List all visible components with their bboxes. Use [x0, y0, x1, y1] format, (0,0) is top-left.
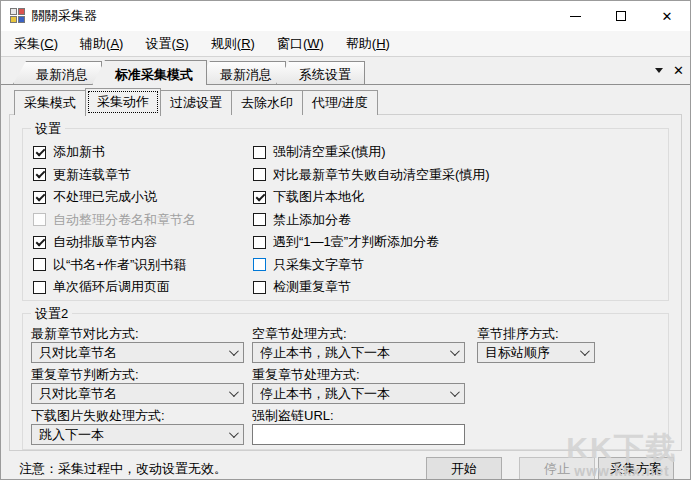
- checkbox[interactable]: [253, 236, 266, 249]
- checkbox-label: 禁止添加分卷: [273, 211, 351, 229]
- checkbox[interactable]: [33, 213, 46, 226]
- footer-button[interactable]: 开始: [426, 457, 502, 480]
- maximize-button[interactable]: [598, 1, 644, 31]
- sub-tab-label: 采集模式: [24, 95, 76, 110]
- menu-item[interactable]: 帮助(H): [335, 31, 401, 56]
- footer-buttons: 开始 停止 采集方案: [426, 457, 674, 480]
- checkbox-row[interactable]: 禁止添加分卷: [251, 209, 660, 231]
- dropdown[interactable]: 停止本书，跳入下一本: [252, 342, 465, 363]
- checkbox[interactable]: [253, 213, 266, 226]
- tab-close-icon[interactable]: ✕: [673, 64, 684, 77]
- checkbox[interactable]: [253, 258, 266, 271]
- document-tab[interactable]: 系统设置: [276, 61, 365, 84]
- checkbox-row[interactable]: 对比最新章节失败自动清空重采(慎用): [251, 164, 660, 186]
- dropdown[interactable]: 只对比章节名: [31, 342, 244, 363]
- field-label: 最新章节对比方式:: [31, 326, 139, 341]
- field-label: 章节排序方式:: [477, 326, 559, 341]
- menu-item-label: 帮助(H): [346, 35, 390, 53]
- checkbox-label: 添加新书: [53, 143, 105, 161]
- checkbox-row[interactable]: 检测重复章节: [251, 276, 660, 298]
- field-label: 空章节处理方式:: [252, 326, 347, 341]
- sub-tab[interactable]: 去除水印: [231, 90, 303, 115]
- dropdown[interactable]: 跳入下一本: [31, 424, 244, 445]
- footer-button-label: 停止: [544, 461, 570, 476]
- app-window: 關關采集器 ✕ 采集(C) 辅助(A) 设置(S) 规则(R) 窗口(W) 帮助…: [0, 0, 691, 480]
- checkbox-label: 不处理已完成小说: [53, 188, 157, 206]
- checkbox[interactable]: [253, 281, 266, 294]
- sub-tab[interactable]: 采集模式: [14, 90, 86, 115]
- chevron-down-icon: [229, 346, 239, 356]
- checkbox[interactable]: [253, 191, 266, 204]
- checkbox-row[interactable]: 强制清空重采(慎用): [251, 141, 660, 163]
- dropdown-value: 跳入下一本: [39, 426, 229, 444]
- tab-list-dropdown-icon[interactable]: [655, 68, 663, 73]
- menu-item[interactable]: 规则(R): [200, 31, 266, 56]
- dropdown[interactable]: 目标站顺序: [477, 342, 595, 363]
- menu-item-label: 采集(C): [14, 35, 58, 53]
- checkbox-row[interactable]: 单次循环后调用页面: [31, 276, 251, 298]
- checkbox[interactable]: [253, 168, 266, 181]
- checkbox[interactable]: [33, 281, 46, 294]
- menu-item-label: 辅助(A): [80, 35, 123, 53]
- field-label: 强制盗链URL:: [252, 408, 334, 423]
- checkbox[interactable]: [33, 191, 46, 204]
- setting-field: 重复章节判断方式: 只对比章节名: [31, 367, 244, 404]
- checkbox[interactable]: [33, 236, 46, 249]
- footer-button[interactable]: 停止: [519, 457, 595, 480]
- dropdown-value: 只对比章节名: [39, 344, 229, 362]
- menu-item[interactable]: 辅助(A): [69, 31, 134, 56]
- dropdown-value: 目标站顺序: [485, 344, 580, 362]
- checkbox-row[interactable]: 不处理已完成小说: [31, 186, 251, 208]
- url-input[interactable]: [252, 424, 465, 445]
- menu-item-label: 规则(R): [211, 35, 255, 53]
- checkbox[interactable]: [33, 146, 46, 159]
- field-label: 重复章节判断方式:: [31, 367, 139, 382]
- settings-left-column: 添加新书 更新连载章节 不处理已完成小说 自动整理分卷名和章节名 自动排版章节内…: [31, 141, 251, 299]
- setting-field: 下载图片失败处理方式: 跳入下一本: [31, 408, 244, 445]
- checkbox-row[interactable]: 添加新书: [31, 141, 251, 163]
- checkbox-row[interactable]: 遇到“1—1壹”才判断添加分卷: [251, 231, 660, 253]
- menu-item[interactable]: 采集(C): [3, 31, 69, 56]
- checkbox[interactable]: [253, 146, 266, 159]
- menu-bar: 采集(C) 辅助(A) 设置(S) 规则(R) 窗口(W) 帮助(H): [1, 31, 690, 57]
- dropdown-value: 停止本书，跳入下一本: [260, 344, 450, 362]
- document-tab[interactable]: 最新消息: [197, 61, 286, 84]
- checkbox-row[interactable]: 更新连载章节: [31, 164, 251, 186]
- settings2-row-1: 最新章节对比方式: 只对比章节名 空章节处理方式: 停止本书，跳入下一本 章节排…: [31, 326, 660, 363]
- checkbox-row[interactable]: 自动排版章节内容: [31, 231, 251, 253]
- minimize-button[interactable]: [552, 1, 598, 31]
- dropdown[interactable]: 停止本书，跳入下一本: [252, 383, 465, 404]
- document-tab[interactable]: 标准采集模式: [92, 60, 207, 85]
- chevron-down-icon: [450, 346, 460, 356]
- checkbox-row[interactable]: 以“书名+作者”识别书籍: [31, 254, 251, 276]
- checkbox-label: 检测重复章节: [273, 278, 351, 296]
- document-tab-label: 标准采集模式: [115, 67, 193, 82]
- close-button[interactable]: ✕: [644, 1, 690, 31]
- menu-item[interactable]: 设置(S): [134, 31, 199, 56]
- sub-tab[interactable]: 过滤设置: [160, 90, 232, 115]
- checkbox-label: 自动排版章节内容: [53, 233, 157, 251]
- footer-button-label: 开始: [451, 461, 477, 476]
- field-label: 重复章节处理方式:: [252, 367, 360, 382]
- tab-strip-tools: ✕: [655, 57, 684, 84]
- titlebar: 關關采集器 ✕: [1, 1, 690, 31]
- footer-button[interactable]: 采集方案: [598, 457, 674, 480]
- minimize-icon: [570, 16, 581, 17]
- checkbox-row[interactable]: 只采集文字章节: [251, 254, 660, 276]
- checkbox-row[interactable]: 下载图片本地化: [251, 186, 660, 208]
- chevron-down-icon: [580, 346, 590, 356]
- checkbox-label: 下载图片本地化: [273, 188, 364, 206]
- checkbox-label: 单次循环后调用页面: [53, 278, 170, 296]
- checkbox-row[interactable]: 自动整理分卷名和章节名: [31, 209, 251, 231]
- document-tab[interactable]: 最新消息: [13, 61, 102, 84]
- checkbox[interactable]: [33, 168, 46, 181]
- menu-item[interactable]: 窗口(W): [266, 31, 335, 56]
- dropdown[interactable]: 只对比章节名: [31, 383, 244, 404]
- settings-groupbox-title: 设置: [31, 120, 65, 138]
- checkbox[interactable]: [33, 258, 46, 271]
- sub-tab[interactable]: 采集动作: [85, 88, 161, 116]
- settings-groupbox: 设置 添加新书 更新连载章节 不处理已完成小说 自动整理分卷名和章节名 自动排版…: [22, 128, 669, 301]
- sub-tab[interactable]: 代理/进度: [302, 90, 378, 115]
- chevron-down-icon: [229, 387, 239, 397]
- checkbox-label: 强制清空重采(慎用): [273, 143, 386, 161]
